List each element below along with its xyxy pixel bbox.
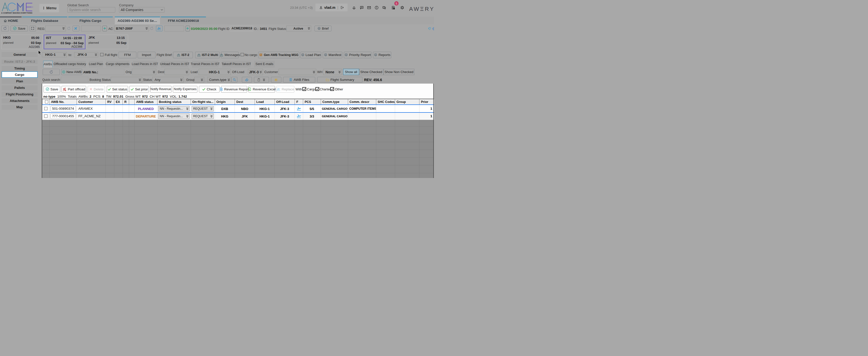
svg-text:?: ? (383, 6, 384, 8)
svg-text:x: x (249, 88, 250, 90)
